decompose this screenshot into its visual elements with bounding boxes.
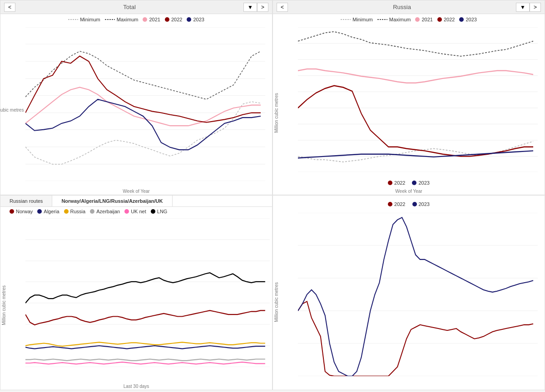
russia-next-btn[interactable]: > xyxy=(530,3,541,12)
total-y-label: Million cubic metres xyxy=(0,108,24,113)
russia-legend: Minimum Maximum 2021 2022 2023 xyxy=(273,14,545,25)
legend-max: Maximum xyxy=(105,17,139,22)
routes-legend-uknet: UK net xyxy=(124,209,146,214)
russia-legend2: 2022 2023 xyxy=(388,180,430,186)
total-title: Total xyxy=(15,4,243,10)
routes-legend: Norway Algeria Russia Azerbaijan UK net … xyxy=(0,207,272,216)
norway-detail-svg: 250 200 150 100 50 0 1 3 5 7 9 11 13 15 … xyxy=(298,213,538,376)
panel-total-header: < Total ▼ > xyxy=(0,0,272,14)
russia-dropdown-btn[interactable]: ▼ xyxy=(516,3,530,12)
panel-total: < Total ▼ > Minimum Maximum 2021 2022 xyxy=(0,0,272,195)
total-next-btn[interactable]: > xyxy=(257,3,268,12)
russia-chart-area: Million cubic metres 4,500 4,000 3,500 3… xyxy=(273,25,545,195)
total-x-label: Week of Year xyxy=(123,189,149,194)
tab-russian-routes[interactable]: Russian routes xyxy=(0,196,52,206)
russia-chart-svg: 4,500 4,000 3,500 3,000 2,500 2,000 1,50… xyxy=(298,27,538,172)
norway-detail-y-label: Million cubic metres xyxy=(274,282,279,322)
norway-label: Norway xyxy=(16,209,33,214)
norway-detail-chart-area: Million cubic metres 250 200 150 100 50 … xyxy=(273,211,545,390)
russia-legend-2023: 2023 xyxy=(459,17,476,22)
legend-2021: 2021 xyxy=(143,17,160,22)
total-chart-area: Million cubic metres 9,000 8,500 8,000 7… xyxy=(0,25,272,195)
russia-title: Russia xyxy=(288,4,516,10)
routes-legend-russia: Russia xyxy=(64,209,86,214)
total-chart-svg: 9,000 8,500 8,000 7,500 7,000 6,500 6,00… xyxy=(25,27,265,181)
routes-chart-area: Million cubic metres 700 600 500 400 300… xyxy=(0,216,272,390)
russia-legend-min: Minimum xyxy=(341,17,373,22)
russia-x-label: Week of Year xyxy=(395,189,422,194)
routes-legend-norway: Norway xyxy=(10,209,33,214)
russia-prev-btn[interactable]: < xyxy=(277,3,288,12)
norway-detail-legend: 2022 2023 xyxy=(273,198,545,211)
total-prev-btn[interactable]: < xyxy=(4,3,15,12)
routes-legend-algeria: Algeria xyxy=(37,209,59,214)
panel-russia: < Russia ▼ > Minimum Maximum 2021 2022 xyxy=(272,0,545,195)
legend-2022: 2022 xyxy=(165,17,182,22)
russia-legend-2022: 2022 xyxy=(437,17,455,22)
total-legend: Minimum Maximum 2021 2022 2023 xyxy=(0,14,272,25)
russia-y-label: Million cubic metres xyxy=(274,93,279,133)
russia-legend-max: Maximum xyxy=(377,17,411,22)
tab-norway-algeria[interactable]: Norway/Algeria/LNG/Russia/Azerbaijan/UK xyxy=(52,196,172,206)
routes-tabs: Russian routes Norway/Algeria/LNG/Russia… xyxy=(0,196,272,207)
legend-2023: 2023 xyxy=(187,17,204,22)
russia-legend-2021: 2021 xyxy=(415,17,432,22)
total-dropdown-btn[interactable]: ▼ xyxy=(243,3,257,12)
panel-norway-detail: 2022 2023 Million cubic metres 250 200 xyxy=(272,195,545,390)
routes-y-label: Million cubic metres xyxy=(1,285,6,325)
legend-min: Minimum xyxy=(68,17,100,22)
routes-x-label: Last 30 days xyxy=(124,384,149,389)
routes-legend-azerbaijan: Azerbaijan xyxy=(90,209,120,214)
panel-russia-header: < Russia ▼ > xyxy=(273,0,545,14)
routes-chart-svg: 700 600 500 400 300 200 100 0 xyxy=(25,218,270,367)
panel-routes: Russian routes Norway/Algeria/LNG/Russia… xyxy=(0,195,272,390)
routes-legend-lng: LNG xyxy=(151,209,168,214)
dashboard: < Total ▼ > Minimum Maximum 2021 2022 xyxy=(0,0,545,392)
